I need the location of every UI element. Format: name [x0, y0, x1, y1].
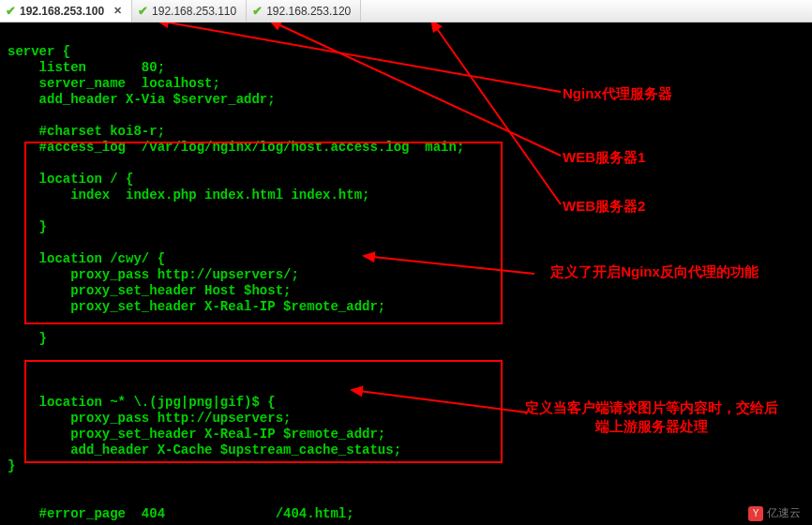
code-line: proxy_set_header Host $host; [8, 283, 291, 298]
annotation-nginx-proxy: Nginx代理服务器 [563, 84, 672, 103]
code-line: location / { [8, 172, 133, 187]
watermark: Y 亿速云 [748, 505, 801, 521]
watermark-text: 亿速云 [767, 505, 801, 521]
code-line: proxy_pass http://upservers; [8, 411, 291, 426]
code-line: #access_log /var/log/nginx/log/host.acce… [8, 140, 464, 155]
code-line: add_header X-Via $server_addr; [8, 92, 276, 107]
code-line: server { [8, 44, 70, 59]
code-line: } [8, 331, 47, 346]
annotation-web2: WEB服务器2 [563, 197, 645, 216]
code-line: add_header X-Cache $upstream_cache_statu… [8, 442, 401, 458]
code-line: } [8, 219, 47, 234]
code-line: proxy_pass http://upservers/; [8, 267, 299, 282]
code-line: proxy_set_header X-Real-IP $remote_addr; [8, 427, 385, 442]
code-line: index index.php index.html index.htm; [8, 188, 369, 202]
tab-2[interactable]: ✔ 192.168.253.120 [247, 0, 361, 22]
code-line: } [8, 458, 15, 473]
annotation-image-upstream: 定义当客户端请求图片等内容时，交给后端上游服务器处理 [525, 398, 778, 435]
code-line: #error_page 404 /404.html; [8, 506, 354, 521]
status-icon: ✔ [252, 4, 263, 18]
tab-bar: ✔ 192.168.253.100 ✕ ✔ 192.168.253.110 ✔ … [0, 0, 812, 22]
code-line: location /cwy/ { [8, 251, 165, 266]
tab-label: 192.168.253.110 [152, 5, 236, 18]
code-line: proxy_set_header X-Real-IP $remote_addr; [8, 299, 385, 314]
watermark-logo-icon: Y [748, 506, 763, 521]
tab-label: 192.168.253.100 [20, 5, 104, 18]
tab-0[interactable]: ✔ 192.168.253.100 ✕ [0, 0, 132, 22]
annotation-reverse-proxy: 定义了开启Nginx反向代理的功能 [533, 262, 776, 281]
annotation-web1: WEB服务器1 [563, 148, 645, 167]
status-icon: ✔ [6, 4, 16, 18]
status-icon: ✔ [138, 4, 148, 18]
tab-1[interactable]: ✔ 192.168.253.110 [132, 0, 247, 22]
code-line: listen 80; [8, 60, 165, 75]
tab-label: 192.168.253.120 [266, 5, 351, 18]
code-line: server_name localhost; [8, 76, 220, 91]
code-line: location ~* \.(jpg|png|gif)$ { [8, 395, 276, 410]
code-line: #charset koi8-r; [8, 124, 165, 139]
close-icon[interactable]: ✕ [113, 5, 122, 17]
